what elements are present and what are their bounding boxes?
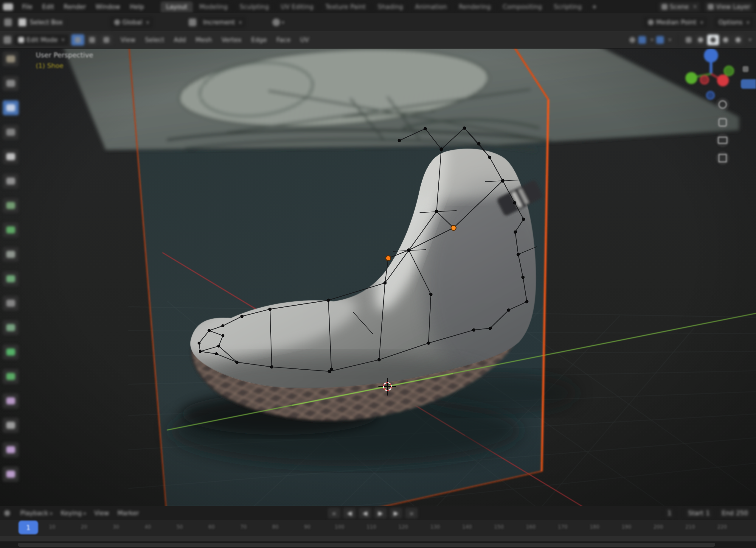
toolbar-tool-button[interactable] <box>2 247 19 262</box>
toolbar-tool-button[interactable] <box>2 76 19 91</box>
frame-end-field[interactable]: End250 <box>718 508 752 518</box>
workspace-tab[interactable]: Compositing <box>497 1 547 12</box>
timeline-scrollbar[interactable] <box>18 543 715 547</box>
workspace-tab[interactable]: Shading <box>372 1 408 12</box>
active-tool-tab[interactable] <box>741 79 756 89</box>
timeline-menu[interactable]: Playback▾ <box>16 510 57 517</box>
view-layer-selector[interactable]: View Layer <box>704 2 754 12</box>
snap-magnet-icon[interactable] <box>189 18 196 26</box>
zoom-icon[interactable] <box>716 98 729 111</box>
timeline-editor-icon[interactable] <box>4 510 10 516</box>
viewport-menu[interactable]: Face <box>272 36 296 44</box>
viewport-menu[interactable]: View <box>116 36 140 44</box>
viewport-menu[interactable]: Vertex <box>217 36 246 44</box>
viewport-menus: ViewSelectAddMeshVertexEdgeFaceUV <box>116 36 314 44</box>
viewport-menu[interactable]: Select <box>140 36 169 44</box>
toolbar-tool-button[interactable] <box>2 320 19 335</box>
shading-mode-button[interactable] <box>732 35 744 45</box>
select-mode-button[interactable] <box>71 34 84 46</box>
toolbar-tool-button[interactable] <box>2 417 19 433</box>
show-gizmo-icon[interactable] <box>629 37 635 43</box>
transport-button[interactable]: ▶ <box>390 508 402 518</box>
workspace-tab[interactable]: Rendering <box>454 1 496 12</box>
toolbar-tool-button[interactable] <box>2 271 19 286</box>
timeline-menu[interactable]: Keying▾ <box>57 510 90 517</box>
proportional-editing-icon[interactable] <box>272 18 280 26</box>
snap-mode-dropdown[interactable]: Increment ▾ <box>199 17 246 28</box>
workspace-tab[interactable]: Layout <box>161 1 193 12</box>
timeline-track-strip[interactable] <box>0 536 756 541</box>
workspace-tab[interactable]: Sculpting <box>234 1 274 12</box>
timeline-ruler[interactable]: 1020304050607080901001101201301401501601… <box>0 520 756 536</box>
menubar-menu[interactable]: Window <box>91 3 125 10</box>
toolbar-tool-button[interactable] <box>2 369 19 384</box>
editor-type-icon[interactable] <box>4 18 12 26</box>
viewport-menu[interactable]: Add <box>169 36 191 44</box>
gizmo-y-axis[interactable] <box>685 72 697 84</box>
select-mode-button[interactable] <box>86 34 99 46</box>
snapping-toggle-icon[interactable] <box>656 36 664 44</box>
overlays-toggle-icon[interactable] <box>638 36 646 44</box>
scene-selector[interactable]: Scene ✕ <box>658 2 700 12</box>
toolbar-tool-button[interactable] <box>2 442 19 457</box>
gizmo-y-negative[interactable] <box>724 66 734 76</box>
navigation-gizmo[interactable] <box>681 44 741 107</box>
toolbar-tool-button[interactable] <box>2 51 19 67</box>
gizmo-z-axis[interactable] <box>704 48 718 63</box>
workspace-tab[interactable]: Animation <box>410 1 452 12</box>
transport-button[interactable]: ◀ <box>343 508 356 518</box>
gizmo-x-axis[interactable] <box>717 75 729 86</box>
options-dropdown[interactable]: Options ▾ <box>715 17 753 28</box>
menubar-menu[interactable]: File <box>17 3 37 10</box>
blender-logo-icon[interactable] <box>3 3 13 10</box>
toolbar-tool-button[interactable] <box>2 198 19 213</box>
transport-button[interactable]: « <box>328 508 340 518</box>
perspective-toggle-icon[interactable] <box>716 151 729 165</box>
3d-viewport-canvas[interactable] <box>0 0 756 548</box>
workspace-tab[interactable]: UV Editing <box>275 1 319 12</box>
frame-tick-label: 110 <box>367 524 375 530</box>
timeline-menu[interactable]: Marker <box>113 510 143 517</box>
toolbar-tool-button[interactable] <box>2 466 19 482</box>
sidebar-collapsed-icon[interactable] <box>743 66 749 73</box>
transform-orientation-dropdown[interactable]: Global ▾ <box>110 17 153 28</box>
editor-type-3d-icon[interactable] <box>4 36 11 44</box>
shading-mode-button[interactable] <box>707 35 719 45</box>
workspace-tab[interactable]: Modeling <box>194 1 233 12</box>
add-workspace-button[interactable]: + <box>587 3 602 10</box>
workspace-tab[interactable]: Scripting <box>549 1 587 12</box>
menubar-menu[interactable]: Edit <box>37 3 59 10</box>
toolbar-tool-button[interactable] <box>2 344 19 360</box>
camera-view-icon[interactable] <box>716 134 729 147</box>
pivot-point-dropdown[interactable]: Median Point ▾ <box>644 17 707 28</box>
current-frame-field[interactable]: 1 <box>664 508 675 518</box>
toolbar-tool-button[interactable] <box>2 100 19 116</box>
shading-mode-button[interactable] <box>695 35 707 45</box>
playhead[interactable]: 1 <box>18 521 38 534</box>
viewport-menu[interactable]: UV <box>295 36 314 44</box>
menubar-menu[interactable]: Render <box>59 3 91 10</box>
gizmo-z-negative[interactable] <box>707 91 714 99</box>
close-icon[interactable]: ✕ <box>693 4 697 10</box>
toolbar-tool-button[interactable] <box>2 149 19 165</box>
toolbar-tool-button[interactable] <box>2 295 19 311</box>
toolbar-tool-button[interactable] <box>2 173 19 189</box>
gizmo-x-negative[interactable] <box>700 76 709 84</box>
transport-button[interactable]: » <box>405 508 418 518</box>
transport-button[interactable]: ◀ <box>359 508 371 518</box>
workspace-tab[interactable]: Texture Paint <box>320 1 371 12</box>
xray-toggle-icon[interactable] <box>686 37 692 43</box>
viewport-menu[interactable]: Mesh <box>191 36 217 44</box>
frame-start-field[interactable]: Start1 <box>684 508 714 518</box>
shading-mode-button[interactable] <box>720 35 732 45</box>
timeline-menu[interactable]: View <box>90 510 113 517</box>
mode-dropdown[interactable]: Edit Mode ▾ <box>14 35 68 45</box>
transport-button[interactable]: ▶ <box>374 508 387 518</box>
menubar-menu[interactable]: Help <box>125 3 149 10</box>
select-mode-button[interactable] <box>100 34 113 46</box>
toolbar-tool-button[interactable] <box>2 125 19 140</box>
viewport-menu[interactable]: Edge <box>246 36 272 44</box>
move-view-icon[interactable] <box>716 116 729 129</box>
toolbar-tool-button[interactable] <box>2 222 19 238</box>
toolbar-tool-button[interactable] <box>2 393 19 409</box>
